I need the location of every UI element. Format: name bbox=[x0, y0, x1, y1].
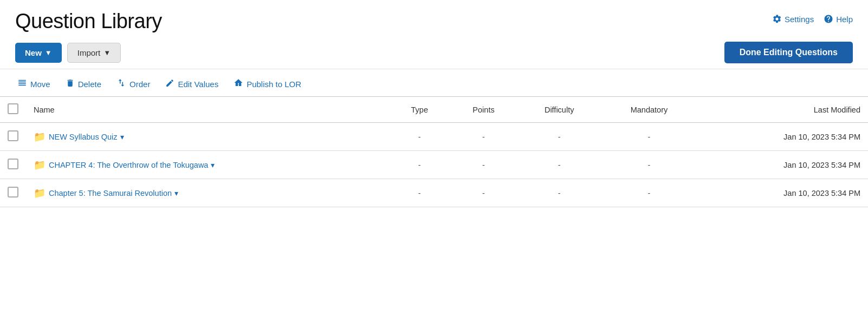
row3-checkbox[interactable] bbox=[8, 187, 18, 198]
import-button[interactable]: Import ▼ bbox=[67, 43, 121, 63]
row2-type: - bbox=[390, 151, 449, 179]
row1-last-modified: Jan 10, 2023 5:34 PM bbox=[697, 123, 868, 151]
toolbar-left: New ▼ Import ▼ bbox=[15, 43, 121, 63]
order-icon bbox=[116, 78, 126, 90]
table-header-row: Name Type Points Difficulty Mandatory La… bbox=[0, 97, 868, 123]
select-all-checkbox[interactable] bbox=[8, 103, 18, 114]
gear-icon bbox=[772, 14, 782, 24]
row1-difficulty: - bbox=[518, 123, 601, 151]
row3-difficulty: - bbox=[518, 179, 601, 207]
settings-link[interactable]: Settings bbox=[772, 14, 814, 24]
mandatory-column-header: Mandatory bbox=[601, 97, 698, 123]
row2-name-cell: 📁 CHAPTER 4: The Overthrow of the Tokuga… bbox=[26, 151, 390, 179]
page-header: Question Library Settings Help bbox=[0, 0, 868, 33]
publish-to-lor-button[interactable]: Publish to LOR bbox=[231, 77, 303, 91]
publish-to-lor-icon bbox=[234, 78, 243, 90]
row1-name-cell: 📁 NEW Syllabus Quiz ▾ bbox=[26, 123, 390, 151]
row3-mandatory: - bbox=[601, 179, 698, 207]
row3-name-link[interactable]: Chapter 5: The Samurai Revolution bbox=[49, 189, 172, 198]
row1-chevron-icon[interactable]: ▾ bbox=[120, 133, 124, 141]
questions-table: Name Type Points Difficulty Mandatory La… bbox=[0, 96, 868, 207]
row2-chevron-icon[interactable]: ▾ bbox=[211, 161, 215, 169]
folder-icon: 📁 bbox=[34, 131, 46, 143]
row3-type: - bbox=[390, 179, 449, 207]
done-label: Done Editing Questions bbox=[740, 48, 838, 57]
row1-points: - bbox=[449, 123, 518, 151]
select-all-header bbox=[0, 97, 26, 123]
name-column-header: Name bbox=[26, 97, 390, 123]
page-title: Question Library bbox=[15, 10, 162, 33]
type-column-header: Type bbox=[390, 97, 449, 123]
row2-mandatory: - bbox=[601, 151, 698, 179]
order-button[interactable]: Order bbox=[114, 77, 152, 91]
row3-checkbox-cell bbox=[0, 179, 26, 207]
toolbar-row: New ▼ Import ▼ Done Editing Questions bbox=[0, 33, 868, 69]
header-actions: Settings Help bbox=[772, 10, 853, 24]
difficulty-column-header: Difficulty bbox=[518, 97, 601, 123]
row2-points: - bbox=[449, 151, 518, 179]
row1-name-link[interactable]: NEW Syllabus Quiz bbox=[49, 133, 118, 141]
row2-checkbox[interactable] bbox=[8, 159, 18, 169]
help-icon bbox=[824, 14, 833, 24]
delete-icon bbox=[66, 78, 75, 90]
row3-last-modified: Jan 10, 2023 5:34 PM bbox=[697, 179, 868, 207]
settings-label: Settings bbox=[785, 15, 814, 24]
edit-values-button[interactable]: Edit Values bbox=[163, 77, 221, 91]
row1-checkbox-cell bbox=[0, 123, 26, 151]
move-label: Move bbox=[30, 80, 50, 89]
row1-type: - bbox=[390, 123, 449, 151]
row2-difficulty: - bbox=[518, 151, 601, 179]
table-row: 📁 CHAPTER 4: The Overthrow of the Tokuga… bbox=[0, 151, 868, 179]
help-link[interactable]: Help bbox=[824, 14, 853, 24]
move-button[interactable]: Move bbox=[15, 77, 53, 91]
move-icon bbox=[17, 78, 27, 90]
import-chevron-icon: ▼ bbox=[103, 49, 111, 57]
help-label: Help bbox=[836, 15, 853, 24]
delete-label: Delete bbox=[78, 80, 101, 89]
table-row: 📁 NEW Syllabus Quiz ▾ - - - - Jan 10, 20… bbox=[0, 123, 868, 151]
folder-icon: 📁 bbox=[34, 159, 46, 171]
row3-chevron-icon[interactable]: ▾ bbox=[174, 189, 178, 198]
done-editing-button[interactable]: Done Editing Questions bbox=[724, 42, 853, 63]
actions-bar: Move Delete Order Edit Values Publish to… bbox=[0, 69, 868, 96]
publish-to-lor-label: Publish to LOR bbox=[247, 80, 301, 89]
import-label: Import bbox=[77, 48, 101, 57]
row1-mandatory: - bbox=[601, 123, 698, 151]
new-button[interactable]: New ▼ bbox=[15, 43, 62, 63]
row3-points: - bbox=[449, 179, 518, 207]
row1-checkbox[interactable] bbox=[8, 130, 18, 141]
delete-button[interactable]: Delete bbox=[63, 77, 103, 91]
table-container: Name Type Points Difficulty Mandatory La… bbox=[0, 96, 868, 207]
new-chevron-icon: ▼ bbox=[45, 49, 52, 57]
edit-values-label: Edit Values bbox=[178, 80, 218, 89]
row3-name-cell: 📁 Chapter 5: The Samurai Revolution ▾ bbox=[26, 179, 390, 207]
row2-last-modified: Jan 10, 2023 5:34 PM bbox=[697, 151, 868, 179]
row2-checkbox-cell bbox=[0, 151, 26, 179]
table-row: 📁 Chapter 5: The Samurai Revolution ▾ - … bbox=[0, 179, 868, 207]
row2-name-link[interactable]: CHAPTER 4: The Overthrow of the Tokugawa bbox=[49, 161, 208, 169]
new-label: New bbox=[25, 48, 42, 57]
order-label: Order bbox=[129, 80, 150, 89]
edit-values-icon bbox=[165, 78, 174, 90]
last-modified-column-header: Last Modified bbox=[697, 97, 868, 123]
done-button-container: Done Editing Questions bbox=[724, 42, 853, 63]
points-column-header: Points bbox=[449, 97, 518, 123]
folder-icon: 📁 bbox=[34, 187, 46, 199]
